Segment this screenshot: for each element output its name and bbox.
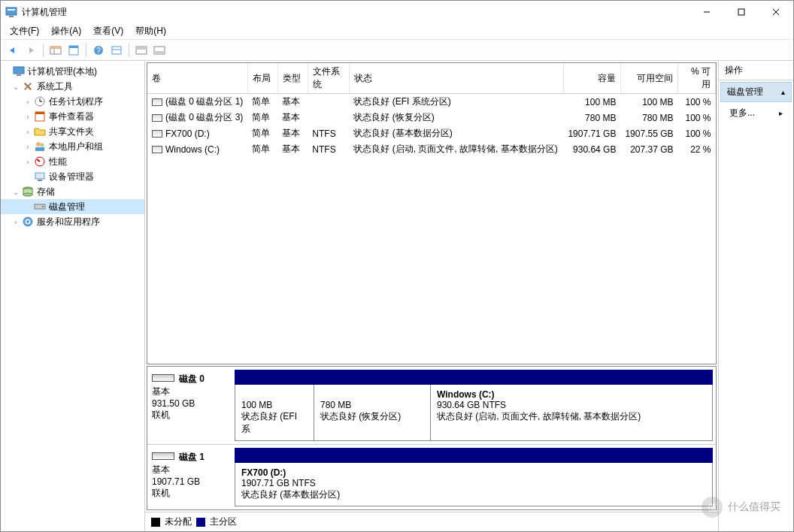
tree-root[interactable]: 计算机管理(本地) <box>1 64 144 79</box>
volume-row[interactable]: FX700 (D:)简单基本NTFS状态良好 (基本数据分区)1907.71 G… <box>147 125 716 141</box>
toolbar: ? <box>1 40 793 61</box>
svg-point-38 <box>23 193 32 196</box>
tree-scheduler[interactable]: ›任务计划程序 <box>1 94 144 109</box>
svg-point-29 <box>36 142 41 147</box>
tree-users[interactable]: ›本地用户和组 <box>1 139 144 154</box>
back-button[interactable] <box>4 42 22 59</box>
legend-unalloc-label: 未分配 <box>165 515 192 528</box>
tree-storage[interactable]: ⌄存储 <box>1 184 144 199</box>
users-icon <box>34 141 46 153</box>
partition[interactable]: 100 MB状态良好 (EFI 系 <box>235 385 314 441</box>
svg-rect-17 <box>136 47 147 50</box>
services-icon <box>22 216 34 228</box>
folder-icon <box>34 125 46 138</box>
partition[interactable]: FX700 (D:)1907.71 GB NTFS状态良好 (基本数据分区) <box>235 463 713 506</box>
window-title: 计算机管理 <box>22 6 689 19</box>
maximize-button[interactable] <box>724 1 759 23</box>
menu-help[interactable]: 帮助(H) <box>129 23 172 39</box>
help-button[interactable]: ? <box>89 42 108 59</box>
storage-icon <box>22 186 34 198</box>
clock-icon <box>34 95 46 107</box>
svg-text:?: ? <box>96 47 101 55</box>
svg-rect-31 <box>35 147 44 151</box>
actions-pane: 操作 磁盘管理▴ 更多...▸ <box>718 61 793 531</box>
svg-rect-34 <box>35 173 44 179</box>
forward-button[interactable] <box>22 42 40 59</box>
device-icon <box>34 171 46 183</box>
svg-rect-19 <box>154 51 165 54</box>
svg-rect-11 <box>69 46 78 48</box>
svg-rect-20 <box>14 67 24 74</box>
refresh-button[interactable] <box>108 42 126 59</box>
chevron-right-icon: ▸ <box>779 109 783 117</box>
tree-services[interactable]: ›服务和应用程序 <box>1 214 144 229</box>
svg-rect-8 <box>50 47 61 49</box>
view-top-button[interactable] <box>132 42 150 59</box>
tree-devmgr[interactable]: 设备管理器 <box>1 169 144 184</box>
svg-rect-21 <box>17 74 21 76</box>
menubar: 文件(F) 操作(A) 查看(V) 帮助(H) <box>1 23 793 40</box>
event-icon <box>34 110 46 122</box>
col-layout[interactable]: 布局 <box>247 63 277 94</box>
tree-systools[interactable]: ⌄系统工具 <box>1 79 144 94</box>
volume-row[interactable]: Windows (C:)简单基本NTFS状态良好 (启动, 页面文件, 故障转储… <box>147 141 716 157</box>
svg-point-30 <box>41 144 44 147</box>
perf-icon <box>34 156 46 168</box>
computer-icon <box>13 65 25 77</box>
menu-file[interactable]: 文件(F) <box>4 23 45 39</box>
svg-point-40 <box>42 206 44 207</box>
svg-rect-4 <box>738 9 744 15</box>
actions-header: 操作 <box>719 61 793 80</box>
menu-view[interactable]: 查看(V) <box>87 23 129 39</box>
col-fs[interactable]: 文件系统 <box>308 63 349 94</box>
properties-button[interactable] <box>65 42 83 59</box>
actions-selected[interactable]: 磁盘管理▴ <box>720 82 792 102</box>
volume-list[interactable]: 卷 布局 类型 文件系统 状态 容量 可用空间 % 可用 (磁盘 0 磁盘分区 … <box>147 62 717 364</box>
legend-primary-label: 主分区 <box>210 515 237 528</box>
tree-shared[interactable]: ›共享文件夹 <box>1 124 144 139</box>
svg-rect-35 <box>38 180 42 181</box>
actions-more[interactable]: 更多...▸ <box>719 104 793 122</box>
tree-perf[interactable]: ›性能 <box>1 154 144 169</box>
volume-row[interactable]: (磁盘 0 磁盘分区 3)简单基本状态良好 (恢复分区)780 MB780 MB… <box>147 110 716 125</box>
partition[interactable]: Windows (C:)930.64 GB NTFS状态良好 (启动, 页面文件… <box>431 385 713 441</box>
col-type[interactable]: 类型 <box>277 63 308 94</box>
col-status[interactable]: 状态 <box>349 63 563 94</box>
show-hide-tree-button[interactable] <box>47 42 65 59</box>
tree-eventviewer[interactable]: ›事件查看器 <box>1 109 144 124</box>
svg-rect-2 <box>9 16 14 17</box>
col-volume[interactable]: 卷 <box>147 63 247 94</box>
legend-primary-swatch <box>196 518 205 527</box>
col-pct[interactable]: % 可用 <box>678 63 716 94</box>
app-icon <box>5 6 17 18</box>
titlebar: 计算机管理 <box>1 1 793 23</box>
svg-rect-0 <box>6 8 17 15</box>
menu-action[interactable]: 操作(A) <box>45 23 87 39</box>
col-free[interactable]: 可用空间 <box>620 63 677 94</box>
legend: 未分配 主分区 <box>145 512 718 531</box>
disk-icon <box>34 201 46 213</box>
minimize-button[interactable] <box>689 1 724 23</box>
svg-rect-1 <box>8 9 15 11</box>
svg-rect-14 <box>112 47 121 54</box>
tree-diskmgmt[interactable]: 磁盘管理 <box>1 199 144 214</box>
svg-rect-28 <box>35 112 44 114</box>
view-bottom-button[interactable] <box>150 42 168 59</box>
close-button[interactable] <box>759 1 793 23</box>
tools-icon <box>22 80 34 92</box>
disk-graph[interactable]: 磁盘 0基本931.50 GB联机100 MB状态良好 (EFI 系780 MB… <box>147 366 717 510</box>
disk-row[interactable]: 磁盘 0基本931.50 GB联机100 MB状态良好 (EFI 系780 MB… <box>147 367 716 445</box>
legend-unalloc-swatch <box>151 518 160 527</box>
partition[interactable]: 780 MB状态良好 (恢复分区) <box>314 385 431 441</box>
col-capacity[interactable]: 容量 <box>563 63 620 94</box>
disk-row[interactable]: 磁盘 1基本1907.71 GB联机FX700 (D:)1907.71 GB N… <box>147 445 716 509</box>
volume-row[interactable]: (磁盘 0 磁盘分区 1)简单基本状态良好 (EFI 系统分区)100 MB10… <box>147 94 716 110</box>
svg-point-42 <box>26 220 29 223</box>
nav-tree[interactable]: 计算机管理(本地) ⌄系统工具 ›任务计划程序 ›事件查看器 ›共享文件夹 ›本… <box>1 61 145 531</box>
collapse-icon: ▴ <box>781 88 785 96</box>
